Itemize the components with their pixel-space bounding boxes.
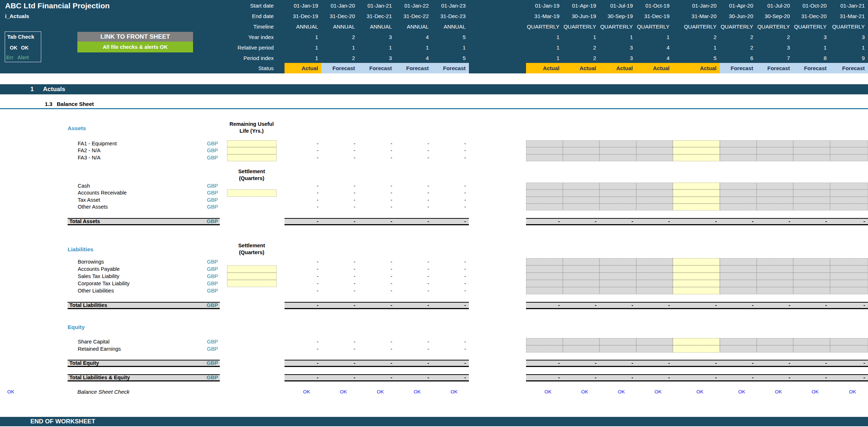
total-assets-value: - [578,219,597,224]
quarterly-col-4-end: 31-Dec-19 [636,11,673,21]
timeline-row-label: Year index [188,32,274,42]
equity-quarterly-cell [830,338,868,345]
current-asset-quarterly-cell [599,204,636,210]
quarterly-col-2-period-index: 2 [563,53,600,63]
file-checks-ok-button[interactable]: All file checks & alerts OK [77,42,193,52]
spreadsheet-page: { "header": { "title": "ABC Ltd Financia… [0,0,868,427]
fixed-asset-input-cell[interactable] [227,140,277,147]
quarterly-col-4-year-index: 1 [636,32,673,42]
liability-quarterly-cell [563,287,600,294]
liability-annual-value: - [410,273,429,280]
current-asset-row-unit: GBP [181,189,218,196]
current-asset-quarterly-input-cell[interactable] [673,189,720,196]
quarterly-col-3-period-index: 3 [599,53,636,63]
section-bar: 1 Actuals [0,84,868,94]
total-liabilities-value: - [698,303,717,308]
total-assets-value: - [771,219,790,224]
current-asset-quarterly-cell [720,183,757,189]
total-liabilities-value: - [578,303,597,308]
liabilities-heading: Liabilities [68,246,94,253]
liability-annual-value: - [337,273,355,280]
current-asset-quarterly-input-cell[interactable] [673,183,720,189]
current-asset-quarterly-cell [793,183,830,189]
equity-quarterly-cell [720,345,757,353]
liability-row-label: Corporate Tax Liability [78,280,197,287]
liability-input-cell[interactable] [227,280,277,287]
liability-quarterly-input-cell[interactable] [673,280,720,287]
liability-input-cell[interactable] [227,273,277,280]
fixed-asset-annual-value: - [410,147,429,154]
fixed-asset-annual-value: - [300,140,318,147]
annual-col-4-timeline: ANNUAL [395,21,432,32]
total-assets-value: - [337,219,355,224]
total-liabilities-and-equity-value: - [373,375,392,380]
fixed-asset-quarterly-cell [526,154,563,161]
liability-annual-value: - [300,287,318,294]
remaining-useful-life-line1: Remaining Useful [215,121,288,128]
fixed-asset-annual-value: - [447,147,466,154]
quarterly-col-1-end: 31-Mar-19 [526,11,563,21]
fixed-asset-annual-value: - [373,147,392,154]
total-assets-value: - [735,219,754,224]
liability-quarterly-cell [599,287,636,294]
quarterly-col-8-period-index: 8 [793,53,830,63]
workbook-title: ABC Ltd Financial Projection [5,1,110,10]
liability-row-unit: GBP [181,258,218,265]
liability-quarterly-cell [830,280,868,287]
current-asset-quarterly-cell [830,183,868,189]
total-liabilities-value: - [615,303,633,308]
fixed-asset-quarterly-cell [636,154,673,161]
liability-quarterly-cell [793,287,830,294]
settlement-line2: (Quarters) [215,175,288,182]
total-equity-value: - [410,360,429,366]
liability-quarterly-cell [526,280,563,287]
equity-annual-value: - [447,345,466,353]
liability-input-cell[interactable] [227,265,277,273]
annual-col-1-end: 31-Dec-19 [285,11,321,21]
current-asset-input-cell[interactable] [227,189,277,196]
balance-check-ok-quarterly-2: OK [566,388,603,396]
timeline-row-label: Timeline [188,21,274,32]
liability-quarterly-input-cell[interactable] [673,273,720,280]
quarterly-col-8-year-index: 3 [793,32,830,42]
balance-sheet-check-label: Balance Sheet Check [77,388,129,396]
link-to-front-sheet-button[interactable]: LINK TO FRONT SHEET [77,32,193,42]
annual-col-1-status: Actual [285,63,321,73]
liability-quarterly-input-cell[interactable] [673,265,720,273]
fixed-asset-input-cell[interactable] [227,154,277,161]
equity-quarterly-cell [636,338,673,345]
equity-quarterly-input-cell[interactable] [673,345,720,353]
liability-quarterly-cell [636,258,673,265]
current-asset-annual-value: - [410,189,429,196]
current-asset-quarterly-cell [720,204,757,210]
current-asset-quarterly-cell [720,189,757,196]
balance-check-ok-quarterly-3: OK [603,388,640,396]
current-asset-quarterly-cell [830,204,868,210]
equity-quarterly-input-cell[interactable] [673,338,720,345]
current-asset-quarterly-cell [563,183,600,189]
subsection-number: 1.3 [45,101,52,108]
total-liabilities-value: - [447,303,466,308]
total-liabilities-and-equity-value: - [615,375,633,380]
fixed-asset-quarterly-cell [757,154,794,161]
liability-quarterly-input-cell[interactable] [673,287,720,294]
fixed-asset-quarterly-input-cell[interactable] [673,147,720,154]
liability-quarterly-cell [720,280,757,287]
equity-row-unit: GBP [181,338,218,345]
liability-annual-value: - [447,287,466,294]
settlement-line1: Settlement [215,242,288,249]
fixed-asset-quarterly-input-cell[interactable] [673,140,720,147]
liability-row-label: Accounts Payable [78,265,197,273]
total-equity-value: - [651,360,670,366]
fixed-asset-quarterly-cell [599,154,636,161]
liability-quarterly-input-cell[interactable] [673,258,720,265]
current-asset-annual-value: - [373,204,392,210]
total-assets-value: - [373,219,392,224]
fixed-asset-quarterly-input-cell[interactable] [673,154,720,161]
current-asset-quarterly-input-cell[interactable] [673,204,720,210]
settlement-line2: (Quarters) [215,249,288,256]
current-asset-quarterly-input-cell[interactable] [673,197,720,204]
fixed-asset-annual-value: - [300,154,318,161]
total-equity-value: - [447,360,466,366]
fixed-asset-input-cell[interactable] [227,147,277,154]
